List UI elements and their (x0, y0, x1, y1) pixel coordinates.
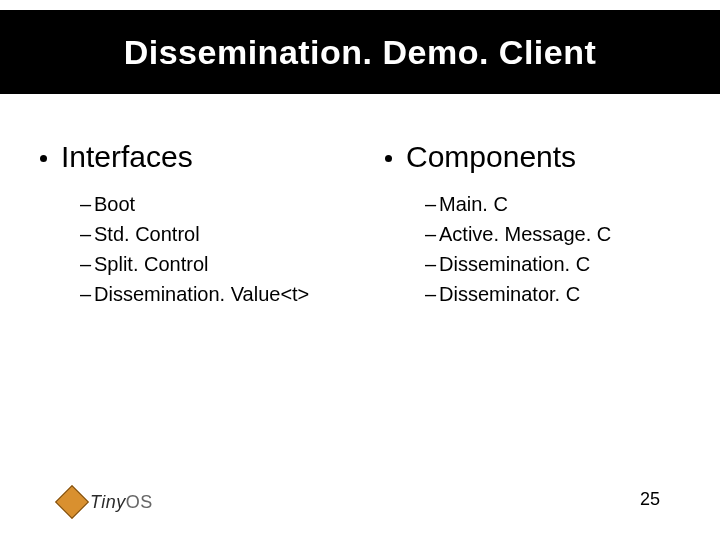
interfaces-column: Interfaces –Boot –Std. Control –Split. C… (0, 140, 375, 312)
content-area: Interfaces –Boot –Std. Control –Split. C… (0, 140, 720, 312)
logo-part1: Tiny (90, 492, 126, 512)
components-column: Components –Main. C –Active. Message. C … (375, 140, 720, 312)
dash-icon: – (425, 192, 439, 216)
interfaces-item-1: Std. Control (94, 222, 200, 246)
dash-icon: – (425, 282, 439, 306)
dash-icon: – (80, 192, 94, 216)
dash-icon: – (80, 222, 94, 246)
logo-text: TinyOS (90, 492, 153, 513)
components-heading-row: Components (385, 140, 720, 174)
dash-icon: – (80, 282, 94, 306)
list-item: –Active. Message. C (425, 222, 720, 246)
interfaces-list: –Boot –Std. Control –Split. Control –Dis… (40, 192, 375, 306)
slide-title: Dissemination. Demo. Client (124, 33, 597, 72)
list-item: –Dissemination. C (425, 252, 720, 276)
logo-mark-icon (55, 485, 89, 519)
interfaces-item-3: Dissemination. Value<t> (94, 282, 309, 306)
components-item-2: Dissemination. C (439, 252, 590, 276)
page-number: 25 (640, 489, 660, 510)
components-item-0: Main. C (439, 192, 508, 216)
list-item: –Split. Control (80, 252, 375, 276)
interfaces-item-0: Boot (94, 192, 135, 216)
components-item-3: Disseminator. C (439, 282, 580, 306)
list-item: –Std. Control (80, 222, 375, 246)
slide: Dissemination. Demo. Client Interfaces –… (0, 0, 720, 540)
dash-icon: – (80, 252, 94, 276)
dash-icon: – (425, 252, 439, 276)
list-item: –Main. C (425, 192, 720, 216)
logo-part2: OS (126, 492, 153, 512)
list-item: –Boot (80, 192, 375, 216)
tinyos-logo: TinyOS (60, 490, 153, 514)
bullet-icon (40, 155, 47, 162)
dash-icon: – (425, 222, 439, 246)
components-list: –Main. C –Active. Message. C –Disseminat… (385, 192, 720, 306)
list-item: –Dissemination. Value<t> (80, 282, 375, 306)
title-band: Dissemination. Demo. Client (0, 10, 720, 94)
interfaces-heading-row: Interfaces (40, 140, 375, 174)
components-heading: Components (406, 140, 576, 174)
bullet-icon (385, 155, 392, 162)
list-item: –Disseminator. C (425, 282, 720, 306)
interfaces-item-2: Split. Control (94, 252, 209, 276)
interfaces-heading: Interfaces (61, 140, 193, 174)
components-item-1: Active. Message. C (439, 222, 611, 246)
